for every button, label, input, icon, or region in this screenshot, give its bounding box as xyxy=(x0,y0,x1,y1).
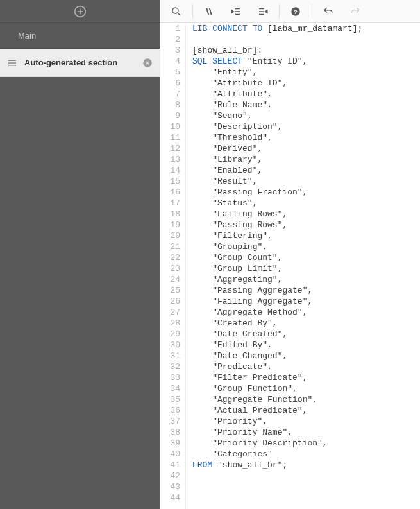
toolbar-separator xyxy=(312,4,312,19)
sidebar-top-bar xyxy=(0,0,160,23)
svg-point-2 xyxy=(172,8,178,13)
code-editor[interactable]: 1234567891011121314151617181920212223242… xyxy=(160,23,420,509)
editor-toolbar: ? xyxy=(160,0,420,23)
outdent-icon xyxy=(257,6,269,17)
redo-icon xyxy=(349,6,361,17)
indent-button[interactable] xyxy=(223,0,249,23)
sidebar: Main Auto-generated section xyxy=(0,0,160,509)
undo-button[interactable] xyxy=(315,0,342,23)
redo-button[interactable] xyxy=(342,0,369,23)
section-header-label: Auto-generated section xyxy=(24,58,135,67)
search-icon xyxy=(171,6,182,17)
code-content[interactable]: LIB CONNECT TO [laba_mr_datamart];[show_… xyxy=(186,23,420,509)
comment-icon xyxy=(203,6,215,17)
outdent-button[interactable] xyxy=(249,0,276,23)
search-button[interactable] xyxy=(163,0,190,23)
help-icon: ? xyxy=(290,6,301,17)
indent-icon xyxy=(230,6,242,17)
add-section-icon[interactable] xyxy=(74,5,87,18)
menu-icon xyxy=(6,57,18,69)
toolbar-separator xyxy=(192,4,193,19)
svg-text:?: ? xyxy=(294,8,298,15)
section-header-auto-generated[interactable]: Auto-generated section xyxy=(0,49,160,77)
editor-pane: ? 12345678910111213141516171819202122232… xyxy=(160,0,420,509)
comment-button[interactable] xyxy=(196,0,223,23)
help-button[interactable]: ? xyxy=(282,0,309,23)
line-number-gutter: 1234567891011121314151617181920212223242… xyxy=(160,23,186,509)
sidebar-tab-label: Main xyxy=(18,31,36,40)
close-section-icon[interactable] xyxy=(142,57,153,69)
sidebar-tab-main[interactable]: Main xyxy=(0,23,160,49)
toolbar-separator xyxy=(279,4,280,19)
undo-icon xyxy=(323,6,334,17)
